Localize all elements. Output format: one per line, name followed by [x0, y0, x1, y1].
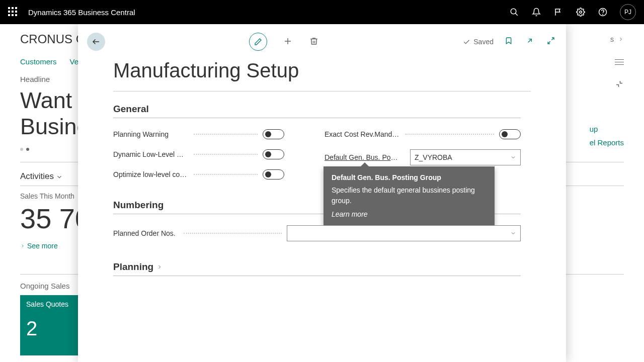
arrow-left-icon — [92, 37, 101, 46]
right-links: up el Reports — [590, 125, 624, 152]
svg-point-2 — [580, 11, 582, 14]
group-general-title: General — [113, 104, 521, 118]
topbar-right: PJ — [509, 4, 636, 20]
svg-line-1 — [515, 13, 518, 16]
dots-fill — [184, 233, 282, 234]
field-optimize-low-level: Optimize low-level co… — [113, 169, 284, 179]
svg-point-0 — [511, 9, 516, 14]
pencil-icon — [254, 38, 262, 46]
manufacturing-setup-panel: Saved Manufacturing Setup General Planni… — [78, 24, 566, 362]
delete-button[interactable] — [309, 37, 319, 47]
bookmark-button[interactable] — [505, 37, 515, 47]
field-planned-order-nos: Planned Order Nos. — [113, 225, 521, 241]
plus-icon — [283, 37, 292, 46]
svg-point-4 — [603, 14, 603, 15]
toggle-optimize-low-level[interactable] — [263, 169, 284, 179]
field-default-gen-bus: Default Gen. Bus. Post… Z_VYROBA Default… — [325, 149, 521, 165]
saved-label: Saved — [473, 38, 494, 46]
dropdown-value: Z_VYROBA — [415, 153, 510, 161]
group-planning-label: Planning — [113, 261, 153, 273]
field-label: Planned Order Nos. — [113, 229, 179, 237]
minimize-icon[interactable] — [615, 79, 624, 88]
tooltip-title: Default Gen. Bus. Posting Group — [332, 172, 487, 183]
field-label: Optimize low-level co… — [113, 170, 189, 178]
bookmark-icon — [505, 37, 513, 45]
dots-fill — [194, 154, 258, 155]
page-title: Manufacturing Setup — [113, 59, 531, 92]
field-planning-warning: Planning Warning — [113, 129, 284, 139]
svg-line-9 — [548, 41, 550, 44]
field-label: Planning Warning — [113, 130, 189, 138]
toggle-planning-warning[interactable] — [263, 129, 284, 139]
avatar[interactable]: PJ — [620, 4, 636, 20]
dropdown-default-gen-bus[interactable]: Z_VYROBA — [410, 149, 521, 165]
trash-icon — [309, 37, 318, 46]
see-more-label: See more — [27, 242, 58, 250]
back-button[interactable] — [87, 33, 105, 51]
toggle-dynamic-low-level[interactable] — [263, 149, 284, 159]
modal-body: Manufacturing Setup General Planning War… — [78, 59, 566, 276]
activities-title: Activities — [20, 171, 54, 186]
tooltip: Default Gen. Bus. Posting Group Specifie… — [324, 166, 495, 226]
svg-line-8 — [551, 38, 554, 40]
flag-icon[interactable] — [553, 7, 564, 17]
right-link-reports[interactable]: el Reports — [590, 138, 624, 147]
dots-fill — [194, 174, 258, 175]
popout-button[interactable] — [526, 37, 536, 47]
saved-indicator: Saved — [463, 38, 494, 46]
field-label: Exact Cost Rev.Manda… — [325, 130, 400, 138]
chevron-right-icon — [20, 243, 25, 248]
dots-fill — [194, 134, 258, 135]
tooltip-learn-more[interactable]: Learn more — [332, 209, 487, 220]
check-icon — [463, 38, 470, 46]
field-label-link[interactable]: Default Gen. Bus. Post… — [325, 153, 400, 161]
nav-vendors[interactable]: Ve — [70, 57, 79, 66]
nav-customers[interactable]: Customers — [20, 57, 57, 66]
hamburger-icon[interactable] — [615, 59, 624, 65]
popout-icon — [526, 37, 534, 45]
top-bar: Dynamics 365 Business Central PJ — [0, 0, 644, 24]
dropdown-planned-order-nos[interactable] — [287, 225, 521, 241]
expand-icon — [547, 37, 555, 45]
field-label: Dynamic Low-Level C… — [113, 150, 189, 158]
chevron-down-icon[interactable] — [56, 173, 63, 180]
chevron-right-icon[interactable] — [618, 36, 624, 42]
field-exact-cost: Exact Cost Rev.Manda… — [325, 129, 521, 139]
expand-button[interactable] — [547, 37, 557, 47]
right-link-setup[interactable]: up — [590, 125, 624, 133]
tooltip-body: Specifies the default general bussines p… — [332, 185, 487, 206]
modal-toolbar: Saved — [78, 24, 566, 59]
field-dynamic-low-level: Dynamic Low-Level C… — [113, 149, 284, 159]
search-icon[interactable] — [509, 7, 519, 17]
edit-button[interactable] — [249, 33, 267, 51]
dots-fill — [405, 134, 494, 135]
gear-icon[interactable] — [576, 7, 586, 17]
new-button[interactable] — [283, 37, 293, 47]
bell-icon[interactable] — [531, 7, 541, 17]
help-icon[interactable] — [598, 7, 608, 17]
nav-arrow-text: s — [610, 35, 614, 43]
chevron-right-icon — [156, 264, 163, 270]
chevron-down-icon — [510, 154, 516, 160]
app-launcher-icon[interactable] — [8, 7, 18, 17]
group-planning-title[interactable]: Planning — [113, 261, 521, 276]
product-title: Dynamics 365 Business Central — [28, 8, 135, 17]
chevron-down-icon — [510, 230, 516, 236]
toggle-exact-cost[interactable] — [499, 129, 521, 139]
